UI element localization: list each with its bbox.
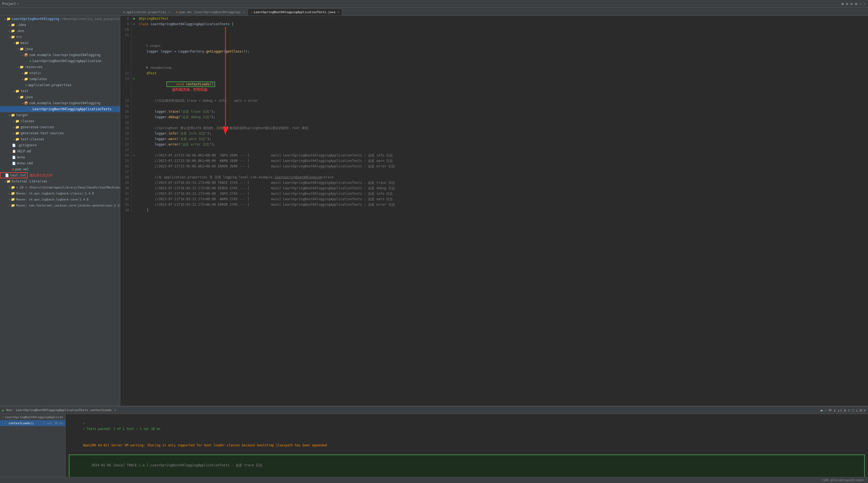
code-8: @SpringBootTest xyxy=(137,16,868,21)
sidebar-item-gen-sources[interactable]: 📁 generated-sources xyxy=(0,124,120,130)
settings-icon[interactable]: ⊞ xyxy=(841,2,844,6)
sidebar-item-test-package[interactable]: 📦 com.example.learnspringboot04logging xyxy=(0,100,120,106)
run-sidebar-item-test[interactable]: ✓ contextLoads() 1 sec 10 ms xyxy=(0,420,65,426)
code-10 xyxy=(137,27,868,32)
main-label: main xyxy=(21,41,28,45)
project-text: Project xyxy=(2,2,16,6)
tab-close-2[interactable]: × xyxy=(338,11,339,14)
sidebar-item-mvn[interactable]: 📁 .mvn xyxy=(0,28,120,34)
sidebar-item-jdk[interactable]: 📁 < 20 > /Users/chinadragon/Library/Java… xyxy=(0,184,120,190)
collapse-icon[interactable]: ⊟ xyxy=(860,408,862,413)
sidebar-item-app-properties[interactable]: ⚙ application.properties xyxy=(0,82,120,88)
sidebar-item-gitignore[interactable]: 📄 .gitignore xyxy=(0,142,120,148)
tab-application-properties[interactable]: ⚙ application.properties × xyxy=(120,8,173,16)
code-17: logger.debug("这是 debug 日志"); xyxy=(137,114,868,120)
minimize-icon[interactable]: — xyxy=(859,2,862,6)
check-icon: ✓ xyxy=(864,2,866,6)
gutter-30 xyxy=(131,186,137,191)
sidebar-item-mvnw-cmd[interactable]: 📄 mvnw.cmd xyxy=(0,160,120,166)
sidebar-item-external-libs[interactable]: 📁 External Libraries xyxy=(0,178,120,184)
arrow-right-icon-4 xyxy=(22,78,24,81)
sidebar-item-mvnw[interactable]: 📄 mvnw xyxy=(0,154,120,160)
sidebar-item-pom[interactable]: m pom.xml xyxy=(0,166,120,172)
line-num-32: 32 xyxy=(120,196,131,202)
code-line-21: 21 logger.warn("这是 warn 日志"); xyxy=(120,136,868,142)
lb-classic-label: Maven: ch.qos.logback:logback-classic:1.… xyxy=(16,192,94,195)
menu-icon[interactable]: ≡ xyxy=(844,408,846,413)
line-num-24: 24 xyxy=(120,152,131,158)
sidebar-item-src[interactable]: 📁 src xyxy=(0,34,120,40)
gear-icon[interactable]: ⚙ xyxy=(855,2,857,6)
sidebar-item-package[interactable]: 📦 com.example.learnspringboot04logging xyxy=(0,52,120,58)
gutter-26 xyxy=(131,164,137,169)
code-line-19: 19 //springboot 默认使用info 级别的，没有指定级别的就用sp… xyxy=(120,125,868,131)
run-root-label: LearnSpringBoot04loggingApplicat... xyxy=(5,416,66,419)
sidebar-item-logback-core[interactable]: 📁 Maven: ch.qos.logback:logback-core:1.4… xyxy=(0,196,120,202)
filter-icon[interactable]: ↓↑ xyxy=(838,408,842,413)
gutter-14 xyxy=(131,98,137,104)
sidebar-item-resources[interactable]: 📁 resources xyxy=(0,64,120,70)
project-label[interactable]: Project ▾ xyxy=(2,2,19,6)
up-icon[interactable]: ↑ xyxy=(848,408,850,413)
expand-icon[interactable]: ⬚ xyxy=(851,408,854,413)
idea-label: .idea xyxy=(16,23,26,27)
properties-file-icon: ⚙ xyxy=(123,10,125,14)
gutter-12 xyxy=(131,70,137,76)
run-icon[interactable]: ▶ xyxy=(821,408,823,413)
line-num-22: 22 xyxy=(120,142,131,147)
sidebar-item-target[interactable]: 📁 target xyxy=(0,112,120,118)
run-play-icon[interactable]: ▶ xyxy=(2,408,4,412)
package-icon: 📦 xyxy=(24,53,28,57)
sidebar-item-main-class[interactable]: ☘ LearnSpringBoot04loggingApplication xyxy=(0,58,120,64)
lb-core-label: Maven: ch.qos.logback:logback-core:1.4.8 xyxy=(16,198,89,201)
diff-icon[interactable]: ⇄ xyxy=(850,2,852,6)
gutter-25 xyxy=(131,158,137,164)
sidebar-item-templates[interactable]: 📁 templates xyxy=(0,76,120,82)
sidebar-item-static[interactable]: 📁 static xyxy=(0,70,120,76)
project-dropdown-icon[interactable]: ▾ xyxy=(17,2,19,5)
sidebar-item-main[interactable]: 📁 main xyxy=(0,40,120,46)
gutter-17 xyxy=(131,114,137,120)
tab-close-1[interactable]: × xyxy=(243,11,245,14)
code-line-26: 26 //2023-07-21T15:56:06.862+08:00 ERROR… xyxy=(120,164,868,169)
code-line-16: 16 logger.trace("这是 trace 日志"); xyxy=(120,109,868,114)
code-scroll-area[interactable]: 8 ● @SpringBootTest 9 ↺ class LearnSprin… xyxy=(120,16,868,406)
close-panel-icon[interactable]: × xyxy=(864,408,866,413)
project-root-label: LearnSpringBoot04logging xyxy=(12,17,59,21)
sidebar-item-testtxt[interactable]: 📄 test.txt xyxy=(0,172,28,178)
rerun-icon[interactable]: ⟳ xyxy=(829,408,832,413)
run-output[interactable]: ✓ ✓ Tests passed: 1 of 1 test – 1 sec 10… xyxy=(66,414,868,477)
sort-icon[interactable]: ↕ xyxy=(834,408,836,413)
arrow-down-icon-5 xyxy=(22,54,24,57)
structure-icon[interactable]: ≡ xyxy=(846,2,848,6)
sidebar-item-help[interactable]: 📋 HELP.md xyxy=(0,148,120,154)
code-line-12: 12 @Test xyxy=(120,70,868,76)
sidebar-item-classes[interactable]: 📁 classes xyxy=(0,118,120,124)
code-line-32: 32 //2023-07-21T16:03:13.173+08:00 WARN … xyxy=(120,196,868,202)
sidebar-item-test-class[interactable]: ☕ LearnSpringBoot04loggingApplicationTes… xyxy=(0,106,120,112)
down-icon[interactable]: ↓ xyxy=(856,408,858,413)
sidebar-item-project-root[interactable]: 📁 LearnSpringBoot04logging ~/Desktop/int… xyxy=(0,16,120,22)
app-properties-label: application.properties xyxy=(28,83,72,87)
sidebar-item-jackson[interactable]: 📁 Maven: com.fasterxml.jackson.core:jack… xyxy=(0,202,120,208)
arrow-down-icon-9 xyxy=(22,102,24,105)
sidebar-item-logback-classic[interactable]: 📁 Maven: ch.qos.logback:logback-classic:… xyxy=(0,190,120,196)
mvnw-label: mvnw xyxy=(17,155,25,159)
gutter-18 xyxy=(131,120,137,125)
ext-libs-label: External Libraries xyxy=(12,179,47,183)
sidebar-item-test[interactable]: 📁 test xyxy=(0,88,120,94)
sidebar-item-test-classes[interactable]: 📁 test-classes xyxy=(0,136,120,142)
run-sidebar-item-root[interactable]: ✓ LearnSpringBoot04loggingApplicat... 1 … xyxy=(0,414,65,420)
run-tab-close[interactable]: × xyxy=(115,408,116,411)
tab-test-java[interactable]: ☕ LearnSpringBoot04loggingApplicationTes… xyxy=(248,8,342,16)
bottom-panel: ▶ Run: LearnSpringBoot04loggingApplicati… xyxy=(0,406,868,477)
tab-pom-xml[interactable]: m pom.xml (LearnSpringBoot04logging) × xyxy=(173,8,248,16)
test-check-icon[interactable]: ✓ xyxy=(825,408,827,413)
sidebar-item-idea[interactable]: 📁 .idea xyxy=(0,22,120,28)
arrow-right-icon-3 xyxy=(22,72,24,75)
tab-close-0[interactable]: × xyxy=(168,11,170,14)
sidebar-item-gen-test-sources[interactable]: 📁 generated-test-sources xyxy=(0,130,120,136)
sidebar-item-test-java[interactable]: 📁 java xyxy=(0,94,120,100)
sidebar-item-main-java[interactable]: 📁 java xyxy=(0,46,120,52)
arrow-down-icon xyxy=(4,18,6,21)
